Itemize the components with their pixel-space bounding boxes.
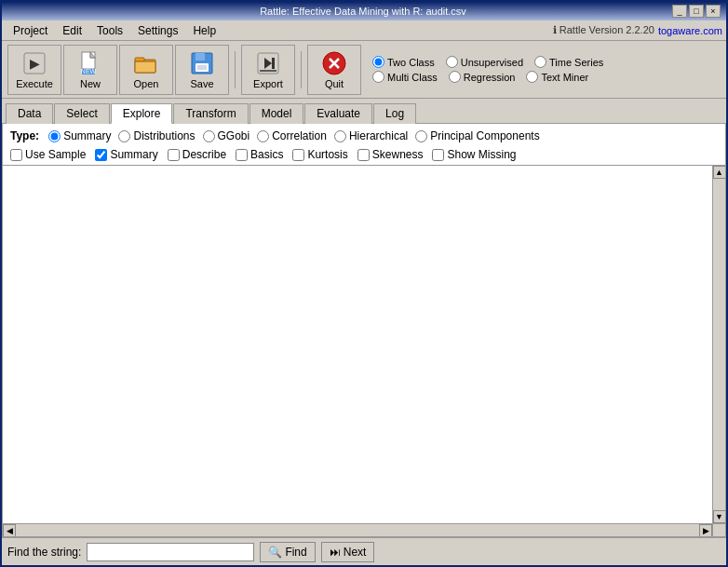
- radio-text-miner[interactable]: Text Miner: [526, 71, 588, 83]
- radio-unsupervised-input[interactable]: [446, 56, 458, 68]
- svg-rect-12: [197, 65, 207, 70]
- text-area: ▲ ▼ ◀ ▶: [3, 166, 725, 536]
- cb-skewness[interactable]: Skewness: [357, 148, 424, 161]
- toolbar-divider: [235, 51, 236, 88]
- find-input[interactable]: [87, 543, 254, 561]
- radio-two-class[interactable]: Two Class: [372, 56, 435, 68]
- export-button[interactable]: Export: [241, 45, 295, 95]
- next-button[interactable]: ⏭ Next: [321, 542, 375, 562]
- cb-kurtosis-input[interactable]: [292, 149, 304, 161]
- cb-describe-input[interactable]: [168, 149, 180, 161]
- radio-time-series[interactable]: Time Series: [534, 56, 603, 68]
- menu-bar: Project Edit Tools Settings Help ℹ Rattl…: [2, 20, 726, 41]
- cb-skewness-input[interactable]: [357, 149, 370, 161]
- type-ggobi-input[interactable]: [203, 130, 215, 142]
- radio-time-series-input[interactable]: [534, 56, 546, 68]
- new-icon: NEW: [77, 50, 103, 76]
- cb-summary[interactable]: Summary: [95, 148, 157, 161]
- cb-show-missing-input[interactable]: [432, 149, 444, 161]
- minimize-button[interactable]: _: [672, 5, 687, 18]
- execute-icon: ▶: [21, 50, 47, 76]
- svg-rect-10: [195, 53, 205, 61]
- scroll-down-button[interactable]: ▼: [713, 510, 726, 523]
- cb-summary-input[interactable]: [95, 149, 107, 161]
- svg-rect-15: [272, 58, 275, 69]
- next-icon: ⏭: [330, 546, 341, 559]
- rattle-info: ℹ Rattle Version 2.2.20 togaware.com: [553, 24, 722, 36]
- radio-unsupervised[interactable]: Unsupervised: [446, 56, 523, 68]
- cb-describe[interactable]: Describe: [168, 148, 226, 161]
- radio-regression[interactable]: Regression: [449, 71, 516, 83]
- horizontal-scrollbar[interactable]: ◀ ▶: [3, 523, 712, 536]
- cb-use-sample[interactable]: Use Sample: [10, 148, 86, 161]
- radio-row-2: Multi Class Regression Text Miner: [372, 71, 603, 83]
- toolbar: ▶ Execute NEW New: [2, 41, 726, 99]
- svg-text:▶: ▶: [30, 56, 40, 71]
- content-area: ▲ ▼ ◀ ▶: [2, 165, 726, 537]
- type-distributions[interactable]: Distributions: [118, 129, 195, 142]
- cb-show-missing[interactable]: Show Missing: [432, 148, 516, 161]
- radio-text-miner-input[interactable]: [526, 71, 538, 83]
- cb-basics[interactable]: Basics: [236, 148, 283, 161]
- menu-project[interactable]: Project: [6, 22, 55, 39]
- quit-label: Quit: [325, 78, 344, 89]
- togaware-link[interactable]: togaware.com: [658, 25, 722, 36]
- execute-label: Execute: [16, 78, 53, 89]
- radio-two-class-input[interactable]: [372, 56, 384, 68]
- tab-data[interactable]: Data: [6, 103, 53, 124]
- radio-multi-class[interactable]: Multi Class: [372, 71, 438, 83]
- save-label: Save: [190, 78, 213, 89]
- tabs-bar: Data Select Explore Transform Model Eval…: [2, 99, 726, 123]
- quit-button[interactable]: Quit: [307, 45, 361, 95]
- model-type-group: Two Class Unsupervised Time Series Multi…: [372, 56, 603, 83]
- menu-settings[interactable]: Settings: [130, 22, 185, 39]
- tab-transform[interactable]: Transform: [173, 103, 248, 124]
- type-distributions-input[interactable]: [118, 130, 130, 142]
- tab-explore[interactable]: Explore: [111, 103, 173, 124]
- type-summary-input[interactable]: [48, 130, 61, 142]
- new-button[interactable]: NEW New: [63, 45, 117, 95]
- svg-text:NEW: NEW: [81, 68, 97, 74]
- type-hierarchical[interactable]: Hierarchical: [334, 129, 408, 142]
- find-icon: 🔍: [268, 546, 282, 559]
- maximize-button[interactable]: □: [689, 5, 704, 18]
- menu-tools[interactable]: Tools: [89, 22, 130, 39]
- tab-select[interactable]: Select: [54, 103, 109, 124]
- cb-use-sample-input[interactable]: [10, 149, 22, 161]
- save-button[interactable]: Save: [175, 45, 229, 95]
- menu-edit[interactable]: Edit: [55, 22, 89, 39]
- quit-icon: [321, 50, 347, 76]
- type-principal-components[interactable]: Principal Components: [415, 129, 539, 142]
- type-summary[interactable]: Summary: [48, 129, 111, 142]
- vertical-scrollbar[interactable]: ▲ ▼: [712, 166, 725, 523]
- find-label: Find the string:: [7, 546, 81, 559]
- execute-button[interactable]: ▶ Execute: [7, 45, 61, 95]
- find-button[interactable]: 🔍 Find: [260, 542, 315, 562]
- export-icon: [255, 50, 281, 76]
- new-label: New: [80, 78, 101, 89]
- type-correlation-input[interactable]: [257, 130, 269, 142]
- cb-kurtosis[interactable]: Kurtosis: [292, 148, 347, 161]
- scroll-right-button[interactable]: ▶: [699, 524, 712, 537]
- radio-regression-input[interactable]: [449, 71, 461, 83]
- cb-basics-input[interactable]: [236, 149, 248, 161]
- close-button[interactable]: ×: [706, 5, 721, 18]
- scroll-up-button[interactable]: ▲: [713, 166, 726, 179]
- type-principal-components-input[interactable]: [415, 130, 427, 142]
- explore-panel: Type: Summary Distributions GGobi Correl…: [2, 123, 726, 165]
- tab-log[interactable]: Log: [373, 103, 416, 124]
- scroll-left-button[interactable]: ◀: [3, 524, 16, 537]
- menu-help[interactable]: Help: [185, 22, 223, 39]
- tab-evaluate[interactable]: Evaluate: [304, 103, 372, 124]
- type-correlation[interactable]: Correlation: [257, 129, 327, 142]
- radio-multi-class-input[interactable]: [372, 71, 384, 83]
- rattle-version: ℹ Rattle Version 2.2.20: [553, 24, 654, 36]
- tab-model[interactable]: Model: [249, 103, 304, 124]
- svg-rect-8: [135, 61, 155, 73]
- toolbar-divider-2: [301, 51, 302, 88]
- type-hierarchical-input[interactable]: [334, 130, 346, 142]
- checkbox-row: Use Sample Summary Describe Basics Kurto…: [10, 148, 718, 161]
- open-button[interactable]: Open: [119, 45, 173, 95]
- save-icon: [189, 50, 215, 76]
- type-ggobi[interactable]: GGobi: [203, 129, 250, 142]
